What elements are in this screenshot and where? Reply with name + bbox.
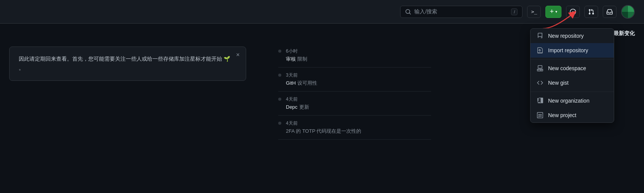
feed-item: 4天前 Depc 更新 (278, 92, 431, 116)
dot-circle-icon (570, 9, 576, 15)
feed-time: 6小时 (286, 48, 431, 55)
search-text: 输入/搜索 (414, 8, 437, 15)
search-bar[interactable]: 输入/搜索 / (400, 6, 522, 18)
avatar-quadrant-bl (622, 12, 628, 18)
feed-dot (278, 50, 281, 53)
terminal-icon: >_ (531, 9, 537, 14)
pull-request-icon (588, 9, 594, 15)
dropdown-menu: New repository Import repository New cod… (530, 28, 614, 123)
avatar-quadrant-tr (628, 6, 634, 12)
dropdown-item-new-gist[interactable]: New gist (530, 76, 614, 90)
left-panel: × 因此请定期回来查看。首先，您可能需要关注一些人或给一些存储库加注星标才能开始… (9, 43, 269, 193)
close-button[interactable]: × (236, 51, 240, 58)
dropdown-item-new-repo[interactable]: New repository (530, 29, 614, 43)
feed-content: 6小时 审核 限制 (286, 48, 431, 63)
feed-time: 4天前 (286, 96, 431, 103)
feed-item: 3天前 GitH 设可用性 (278, 68, 431, 92)
dropdown-item-new-org[interactable]: New organization (530, 93, 614, 108)
avatar-button[interactable] (621, 5, 635, 19)
right-panel: 6小时 审核 限制 3天前 GitH 设可用性 (278, 43, 431, 193)
navbar: 输入/搜索 / >_ + ▾ (0, 0, 644, 24)
feed-text-1: 审核 限制 (286, 55, 431, 63)
new-org-label: New organization (548, 98, 589, 104)
inbox-button[interactable] (603, 6, 616, 18)
feed-content: 3天前 GitH 设可用性 (286, 72, 431, 87)
new-repo-label: New repository (548, 33, 584, 39)
feed-dot (278, 122, 281, 125)
avatar-quadrant-br (628, 12, 634, 18)
avatar-quadrant-tl (622, 6, 628, 12)
org-icon (537, 97, 543, 104)
import-icon (537, 47, 543, 54)
feed-dot (278, 98, 281, 101)
dropdown-item-new-codespace[interactable]: New codespace (530, 61, 614, 76)
import-repo-label: Import repository (548, 47, 588, 53)
issues-button[interactable] (566, 6, 580, 18)
feed-item: 4天前 2FA 的 TOTP 代码现在是一次性的 (278, 116, 431, 140)
plus-chevron: ▾ (555, 10, 557, 14)
repo-icon (537, 32, 543, 39)
inbox-icon (607, 9, 613, 15)
gist-icon (537, 79, 543, 86)
notification-card: × 因此请定期回来查看。首先，您可能需要关注一些人或给一些存储库加注星标才能开始… (9, 47, 246, 81)
feed-text-3: Depc 更新 (286, 103, 431, 111)
new-codespace-label: New codespace (548, 65, 586, 71)
dropdown-item-new-project[interactable]: New project (530, 108, 614, 122)
divider-2 (530, 92, 614, 92)
feed-dot (278, 74, 281, 77)
feed-item: 6小时 审核 限制 (278, 43, 431, 68)
notification-text: 因此请定期回来查看。首先，您可能需要关注一些人或给一些存储库加注星标才能开始 🌱… (19, 55, 237, 73)
feed-text-2: GitH 设可用性 (286, 79, 431, 87)
divider-1 (530, 59, 614, 60)
plus-button[interactable]: + ▾ (545, 6, 561, 18)
new-gist-label: New gist (548, 80, 569, 86)
terminal-button[interactable]: >_ (527, 6, 541, 18)
feed-content: 4天前 Depc 更新 (286, 96, 431, 111)
pull-requests-button[interactable] (584, 6, 598, 18)
latest-change-label: 最新变化 (613, 30, 635, 37)
search-kbd: / (511, 8, 517, 15)
feed-text-4: 2FA 的 TOTP 代码现在是一次性的 (286, 127, 431, 135)
feed-time: 3天前 (286, 72, 431, 79)
codespace-icon (537, 65, 543, 72)
feed-time: 4天前 (286, 120, 431, 127)
dropdown-item-import-repo[interactable]: Import repository (530, 43, 614, 58)
search-icon (405, 9, 411, 15)
project-icon (537, 112, 543, 119)
plus-icon: + (550, 8, 554, 16)
new-project-label: New project (548, 112, 576, 118)
feed-content: 4天前 2FA 的 TOTP 代码现在是一次性的 (286, 120, 431, 135)
